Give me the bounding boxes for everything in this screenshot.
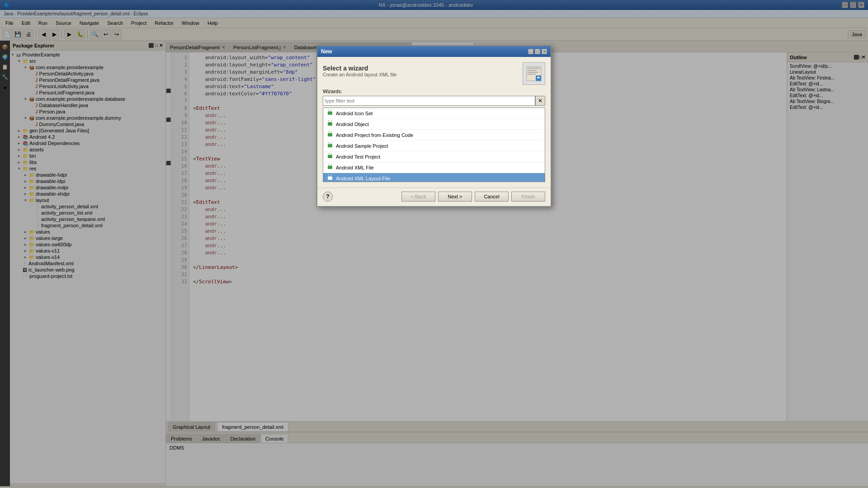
svg-rect-22	[328, 144, 332, 147]
svg-point-14	[330, 122, 331, 122]
modal-titlebar: New — □ ✕	[317, 46, 551, 57]
svg-rect-27	[328, 155, 332, 158]
modal-wizards-label: Wizards:	[323, 89, 545, 94]
wizard-filter-input[interactable]	[323, 96, 535, 106]
wizard-item-label: Android Icon Set	[336, 111, 373, 116]
svg-line-25	[328, 142, 329, 143]
wizard-icon	[327, 131, 333, 139]
next-button[interactable]: Next >	[438, 192, 472, 202]
wizard-icon	[327, 120, 333, 128]
svg-point-8	[329, 111, 330, 112]
svg-point-18	[329, 132, 330, 133]
svg-rect-32	[328, 166, 332, 169]
svg-point-19	[330, 132, 331, 133]
svg-point-29	[330, 154, 331, 155]
svg-rect-2	[528, 70, 537, 71]
svg-line-21	[331, 131, 332, 132]
wizard-icon	[327, 153, 333, 160]
modal-action-buttons: < Back Next > Cancel Finish	[401, 192, 545, 202]
svg-line-35	[328, 164, 329, 164]
svg-point-24	[330, 143, 331, 144]
cancel-button[interactable]: Cancel	[475, 192, 509, 202]
wizard-item-0[interactable]: Android Icon Set	[323, 108, 545, 119]
svg-line-15	[328, 120, 329, 121]
wizard-item-label: Android XML File	[336, 165, 374, 170]
svg-line-26	[331, 142, 332, 143]
wizard-item-label: Android Project from Existing Code	[336, 132, 413, 138]
wizard-list: Android Icon SetAndroid ObjectAndroid Pr…	[323, 108, 545, 182]
svg-line-36	[331, 164, 332, 164]
modal-description: Create an Android layout XML file	[323, 72, 396, 77]
svg-line-30	[328, 153, 329, 154]
modal-title: New	[321, 48, 332, 55]
modal-buttons-row: ? < Back Next > Cancel Finish	[317, 188, 551, 206]
modal-overlay: New — □ ✕ Select a wizard Create an Andr…	[0, 0, 868, 488]
svg-point-9	[330, 111, 331, 112]
wizard-item-label: Android Object	[336, 122, 369, 127]
svg-line-40	[328, 174, 329, 175]
svg-rect-12	[328, 122, 332, 126]
svg-rect-7	[328, 112, 332, 115]
modal-help-button[interactable]: ?	[323, 192, 333, 202]
svg-line-10	[328, 109, 329, 110]
wizard-item-3[interactable]: Android Sample Project	[323, 141, 545, 151]
svg-line-41	[331, 174, 332, 175]
svg-point-39	[330, 176, 331, 177]
wizard-item-label: Android Sample Project	[336, 143, 388, 149]
svg-rect-4	[528, 74, 536, 75]
svg-point-38	[329, 176, 330, 177]
wizard-filter-clear-button[interactable]: ✕	[535, 96, 545, 106]
svg-rect-1	[528, 67, 540, 69]
modal-icon	[523, 62, 545, 85]
svg-line-16	[331, 120, 332, 121]
wizard-icon	[327, 174, 333, 182]
wizard-icon	[327, 142, 333, 150]
modal-title-controls: — □ ✕	[528, 49, 547, 54]
svg-rect-3	[528, 72, 538, 73]
svg-rect-37	[328, 177, 332, 180]
new-wizard-dialog: New — □ ✕ Select a wizard Create an Andr…	[316, 45, 552, 207]
modal-minimize[interactable]: —	[528, 49, 533, 54]
svg-point-13	[329, 122, 330, 122]
wizard-item-6[interactable]: Android XML Layout File	[323, 173, 545, 182]
wizard-item-5[interactable]: Android XML File	[323, 162, 545, 173]
modal-heading-text: Select a wizard Create an Android layout…	[323, 65, 396, 83]
wizard-item-2[interactable]: Android Project from Existing Code	[323, 130, 545, 141]
modal-close[interactable]: ✕	[542, 49, 547, 54]
svg-rect-17	[328, 133, 332, 136]
modal-heading-row: Select a wizard Create an Android layout…	[323, 62, 545, 85]
svg-point-34	[330, 165, 331, 166]
wizard-item-4[interactable]: Android Test Project	[323, 151, 545, 162]
wizard-item-1[interactable]: Android Object	[323, 119, 545, 130]
wizard-icon	[327, 164, 333, 171]
svg-point-23	[329, 143, 330, 144]
modal-body: Select a wizard Create an Android layout…	[317, 57, 551, 188]
wizard-item-label: Android XML Layout File	[336, 176, 390, 181]
back-button[interactable]: < Back	[401, 192, 435, 202]
modal-heading: Select a wizard	[323, 65, 396, 72]
svg-point-33	[329, 165, 330, 166]
modal-maximize[interactable]: □	[535, 49, 540, 54]
svg-line-20	[328, 131, 329, 132]
svg-point-28	[329, 154, 330, 155]
modal-filter-row: ✕	[323, 96, 545, 106]
svg-line-11	[331, 109, 332, 110]
wizard-item-label: Android Test Project	[336, 154, 380, 160]
svg-line-31	[331, 153, 332, 154]
finish-button[interactable]: Finish	[511, 192, 545, 202]
wizard-icon	[327, 109, 333, 117]
